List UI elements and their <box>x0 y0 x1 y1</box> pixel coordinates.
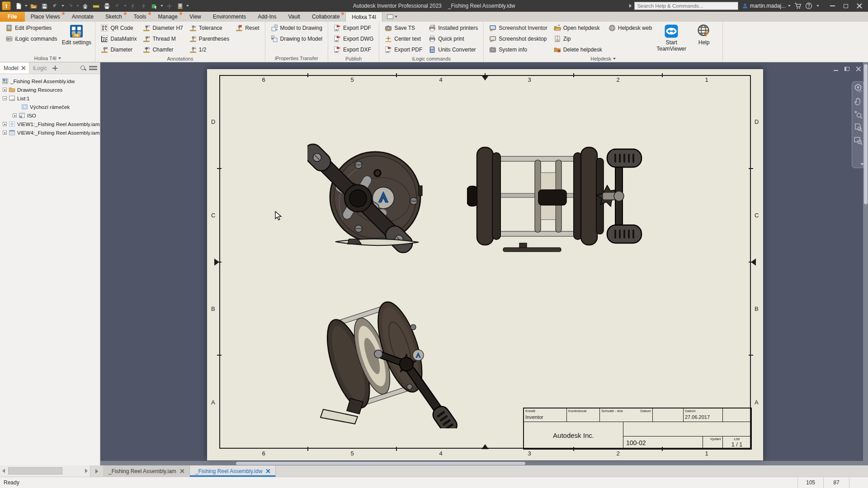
helpdesk-web-button[interactable]: Helpdesk web <box>605 23 655 33</box>
open-button[interactable] <box>28 1 38 11</box>
scrollbar-thumb[interactable] <box>8 467 62 474</box>
add-command-button[interactable] <box>164 1 174 11</box>
close-icon[interactable] <box>180 469 184 473</box>
system-info-button[interactable]: System info <box>486 44 550 55</box>
steering-wheel-icon[interactable]: 2D <box>854 84 863 93</box>
tab-tools[interactable]: Tools <box>128 12 152 22</box>
quick-print-button[interactable]: Quick print <box>425 33 481 44</box>
doc-minimize-button[interactable] <box>834 70 838 71</box>
save-button[interactable] <box>39 1 49 11</box>
tree-item-default-border[interactable]: Výchozí rámeček <box>0 103 100 111</box>
open-helpdesk-button[interactable]: Open helpdesk <box>551 23 605 33</box>
doc-restore-button[interactable] <box>844 67 849 71</box>
redo-dropdown[interactable] <box>76 5 79 7</box>
canvas-vertical-scrollbar[interactable] <box>863 62 868 465</box>
minimize-button[interactable] <box>826 0 839 11</box>
drawing-to-model-button[interactable]: Drawing to Model <box>268 33 326 44</box>
measure-button[interactable] <box>91 1 101 11</box>
tab-file[interactable]: File <box>0 12 25 22</box>
tab-sketch[interactable]: Sketch <box>99 12 128 22</box>
search-expand-icon[interactable] <box>629 4 632 8</box>
close-icon[interactable] <box>266 469 270 473</box>
restore-button[interactable] <box>839 0 853 11</box>
help-dropdown[interactable] <box>816 5 819 7</box>
undo-dropdown[interactable] <box>61 5 64 7</box>
half-button[interactable]: ½1/2 <box>186 44 232 55</box>
doc-tab-iam[interactable]: _Fishing Reel Assembly.iam <box>103 465 190 477</box>
tolerance-button[interactable]: ±Tolerance <box>186 23 232 33</box>
scroll-left-icon[interactable] <box>2 469 5 473</box>
edit-iproperties-button[interactable]: Edit iProperties <box>2 23 60 33</box>
user-account[interactable]: martin.madaj... <box>742 3 791 9</box>
units-converter-button[interactable]: Units Converter <box>425 44 481 55</box>
tab-view[interactable]: View <box>184 12 207 22</box>
save-ts-button[interactable]: Save TS <box>382 23 425 33</box>
help-button[interactable]: ?Help <box>688 23 720 46</box>
screenshot-inventor-button[interactable]: Screenshot Inventor <box>486 23 550 33</box>
search-input[interactable] <box>634 2 738 10</box>
model-to-drawing-button[interactable]: Model to Drawing <box>268 23 326 33</box>
expand-icon[interactable] <box>3 122 7 126</box>
tree-item-list1[interactable]: List:1 <box>0 94 100 103</box>
edit-settings-button[interactable]: T4IEdit settings <box>60 23 93 46</box>
tree-item-drawing-resources[interactable]: Drawing Resources <box>0 85 100 94</box>
export-dxf-button[interactable]: Export DXF <box>330 44 377 55</box>
pan-hand-icon[interactable] <box>854 97 863 106</box>
screenshot-desktop-button[interactable]: Screenshot desktop <box>486 33 550 44</box>
export-dwg-button[interactable]: Export DWG <box>330 33 377 44</box>
scroll-right-icon[interactable] <box>85 469 88 473</box>
graphics-window[interactable]: 6 5 4 3 2 1 6 5 4 3 2 1 D C B A D C B <box>100 62 868 465</box>
tab-environments[interactable]: Environments <box>207 12 252 22</box>
title-block[interactable]: KreslilInventor Kontroloval Schválil - d… <box>523 408 752 450</box>
browser-tab-ilogic[interactable]: iLogic <box>29 62 51 74</box>
collapse-icon[interactable] <box>3 96 7 100</box>
rebuild-button[interactable] <box>138 1 148 11</box>
qr-code-button[interactable]: QR Code <box>98 23 140 33</box>
home-button[interactable] <box>80 1 90 11</box>
browser-horizontal-scrollbar[interactable] <box>0 465 90 477</box>
reset-button[interactable]: Reset <box>232 23 262 33</box>
center-text-button[interactable]: Center text <box>382 33 425 44</box>
drawing-view-isometric[interactable] <box>300 288 458 428</box>
export-pdf-button[interactable]: Export PDF <box>330 23 377 33</box>
datamatrix-button[interactable]: DataMatrix <box>98 33 140 44</box>
tab-manage[interactable]: Manage <box>152 12 184 22</box>
new-file-button[interactable] <box>14 1 24 11</box>
drawing-view-front[interactable] <box>307 131 439 263</box>
doc-close-button[interactable] <box>856 66 861 71</box>
material-button[interactable] <box>149 1 159 11</box>
browser-search-button[interactable] <box>77 62 89 74</box>
tab-holixa-t4i[interactable]: Holixa T4I <box>345 12 382 22</box>
material-dropdown[interactable] <box>160 5 163 7</box>
diameter-button[interactable]: ØDiameter <box>98 44 140 55</box>
tab-annotate[interactable]: Annotate <box>66 12 99 22</box>
qat-customize-dropdown[interactable] <box>186 5 189 7</box>
zip-button[interactable]: ZIPZip <box>551 33 605 44</box>
zoom-window-icon[interactable] <box>854 136 863 145</box>
browser-menu-button[interactable] <box>89 62 100 74</box>
add-browser-tab-button[interactable] <box>52 66 57 70</box>
tree-item-view1[interactable]: VIEW1:_Fishing Reel Assembly.iam <box>0 120 100 128</box>
redo-button[interactable] <box>65 1 75 11</box>
tab-scroll-button[interactable] <box>90 465 103 477</box>
user-dropdown[interactable] <box>788 5 791 7</box>
parentheses-button[interactable]: ()Parentheses <box>186 33 232 44</box>
tab-place-views[interactable]: Place Views <box>25 12 66 22</box>
tree-item-root[interactable]: _Fishing Reel Assembly.idw <box>0 77 100 85</box>
ilogic-commands-button[interactable]: iLogic commands <box>2 33 60 44</box>
canvas-horizontal-scrollbar[interactable] <box>100 461 863 465</box>
tab-collaborate[interactable]: Collaborate <box>306 12 345 22</box>
ribbon-group-label-helpdesk[interactable]: Helpdesk <box>486 55 720 62</box>
browser-tab-model[interactable]: Model <box>0 62 29 74</box>
undo-button[interactable] <box>50 1 60 11</box>
inventor-logo-icon[interactable]: I <box>2 1 11 10</box>
installed-printers-button[interactable]: ?Installed printers <box>425 23 481 33</box>
expand-icon[interactable] <box>3 88 7 92</box>
iproperties-button[interactable] <box>175 1 185 11</box>
update-button[interactable] <box>127 1 137 11</box>
close-button[interactable] <box>853 0 866 11</box>
expand-icon[interactable] <box>3 131 7 135</box>
tab-vault[interactable]: Vault <box>282 12 306 22</box>
print-button[interactable] <box>102 1 112 11</box>
tab-add-ins[interactable]: Add-Ins <box>252 12 282 22</box>
